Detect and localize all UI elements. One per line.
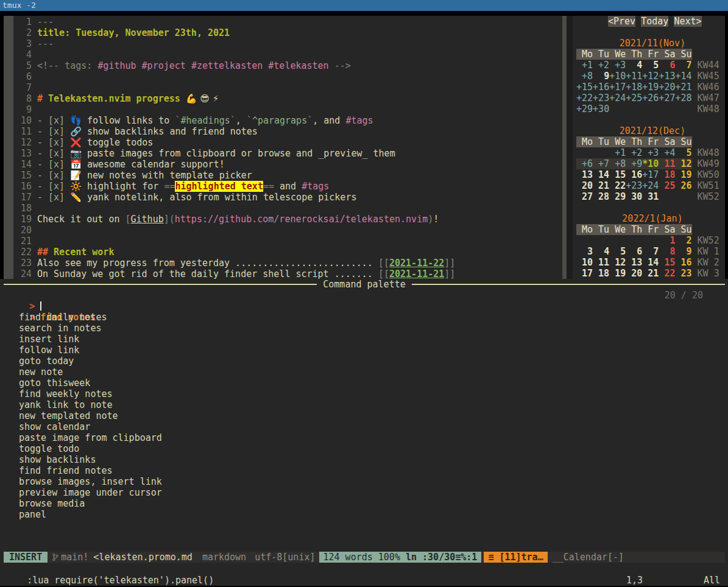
day-cell[interactable]: +16 — [593, 82, 609, 93]
day-cell[interactable]: +8 — [576, 71, 593, 82]
palette-item[interactable]: find friend notes — [4, 465, 613, 476]
editor-scrollbar[interactable] — [562, 16, 567, 279]
day-cell[interactable]: 5 — [642, 60, 659, 71]
day-cell[interactable]: 6 — [659, 60, 675, 71]
palette-item[interactable]: goto today — [4, 356, 613, 367]
editor-line[interactable]: 4 — [13, 49, 560, 60]
day-cell[interactable]: 22 — [609, 180, 626, 191]
command-line[interactable]: :lua require('telekasten').panel() — [4, 564, 214, 575]
editor-line[interactable]: 17- [x] ✏️ yank notelink, also from with… — [13, 192, 560, 203]
editor-line[interactable]: 15- [x] 📝 new notes with template picker — [13, 170, 560, 181]
day-cell[interactable]: +20 — [659, 82, 675, 93]
day-cell[interactable]: +14 — [675, 71, 691, 82]
day-cell[interactable]: +2 — [593, 60, 609, 71]
day-cell[interactable]: 26 — [675, 180, 691, 191]
day-cell[interactable]: 20 — [576, 180, 593, 191]
day-cell[interactable]: 30 — [626, 191, 642, 202]
day-cell[interactable]: +3 — [609, 60, 626, 71]
editor-line[interactable]: 20 — [13, 225, 560, 236]
day-cell[interactable]: 9 — [675, 246, 691, 257]
day-cell[interactable]: +15 — [576, 82, 593, 93]
day-cell[interactable]: 16 — [626, 169, 642, 180]
palette-item[interactable]: insert link — [4, 334, 613, 345]
day-cell[interactable]: 25 — [659, 180, 675, 191]
day-cell[interactable]: +29 — [576, 104, 593, 114]
day-cell[interactable]: 23 — [675, 268, 691, 279]
day-cell[interactable]: +19 — [642, 82, 659, 93]
day-cell[interactable]: 18 — [659, 169, 675, 180]
day-cell[interactable]: +4 — [659, 147, 675, 158]
day-cell[interactable]: 19 — [609, 268, 626, 279]
day-cell[interactable]: 13 — [576, 169, 593, 180]
note-link[interactable]: 2021-11-21 — [389, 269, 444, 279]
day-cell[interactable]: +30 — [593, 104, 609, 114]
day-cell[interactable]: 10 — [576, 257, 593, 268]
editor-line[interactable]: 8# Telekasten.nvim progress 💪 😎 ⚡ — [13, 93, 560, 104]
editor-line[interactable]: 22## Recent work — [13, 247, 560, 258]
day-cell[interactable]: 5 — [609, 246, 626, 257]
palette-item[interactable]: preview image under cursor — [4, 487, 613, 498]
day-cell[interactable]: 11 — [593, 257, 609, 268]
day-cell[interactable]: 11 — [659, 158, 675, 169]
palette-item[interactable]: new note — [4, 367, 613, 378]
day-cell[interactable]: +21 — [675, 82, 691, 93]
day-cell[interactable]: +17 — [642, 169, 659, 180]
day-cell[interactable]: +11 — [626, 71, 642, 82]
editor-line[interactable]: 2title: Tuesday, November 23th, 2021 — [13, 27, 560, 38]
editor-line[interactable]: 14- [x] 📅 awesome calendar support! — [13, 159, 560, 170]
day-cell[interactable]: +6 — [576, 158, 593, 169]
day-cell[interactable]: +25 — [626, 93, 642, 104]
note-link[interactable]: Github — [131, 214, 164, 225]
day-cell[interactable]: 14 — [642, 257, 659, 268]
day-cell[interactable]: +27 — [659, 93, 675, 104]
day-cell[interactable]: 17 — [576, 268, 593, 279]
editor-line[interactable]: 1--- — [13, 16, 560, 27]
day-cell[interactable]: 21 — [642, 268, 659, 279]
left-scrollbar[interactable] — [4, 16, 13, 279]
editor-line[interactable]: 5<!-- tags: #github #project #zettelkast… — [13, 60, 560, 71]
day-cell[interactable]: +18 — [626, 82, 642, 93]
day-cell[interactable]: +12 — [642, 71, 659, 82]
calendar-today-button[interactable]: Today — [641, 16, 668, 27]
editor-line[interactable]: 6 — [13, 71, 560, 82]
day-cell[interactable]: +28 — [675, 93, 691, 104]
day-cell[interactable]: 28 — [593, 191, 609, 202]
day-cell[interactable]: +17 — [609, 82, 626, 93]
editor-line[interactable]: 19Check it out on [Github](https://githu… — [13, 214, 560, 225]
palette-item[interactable]: browse media — [4, 498, 613, 509]
palette-item[interactable]: search in notes — [4, 323, 613, 334]
day-cell[interactable]: +7 — [593, 158, 609, 169]
day-cell[interactable]: 4 — [593, 246, 609, 257]
day-cell[interactable]: 3 — [576, 246, 593, 257]
day-cell[interactable]: 12 — [675, 158, 691, 169]
day-cell[interactable]: 20 — [626, 268, 642, 279]
day-cell[interactable]: 29 — [609, 191, 626, 202]
editor-line[interactable]: 10- [x] 👣 follow links to `#headings`, `… — [13, 115, 560, 126]
day-cell[interactable]: 31 — [642, 191, 659, 202]
palette-item[interactable]: browse images, insert link — [4, 476, 613, 487]
day-cell[interactable]: *10 — [642, 158, 659, 169]
calendar-next-button[interactable]: Next> — [674, 16, 701, 27]
day-cell[interactable]: 15 — [609, 169, 626, 180]
palette-item[interactable]: toggle todo — [4, 443, 613, 454]
palette-item[interactable]: new templated note — [4, 410, 613, 421]
day-cell[interactable]: +24 — [642, 180, 659, 191]
day-cell[interactable]: +24 — [609, 93, 626, 104]
editor-line[interactable]: 9 — [13, 104, 560, 115]
day-cell[interactable]: +1 — [576, 60, 593, 71]
editor-line[interactable]: 12- [x] ❌ toggle todos — [13, 137, 560, 148]
palette-item[interactable]: paste image from clipboard — [4, 432, 613, 443]
day-cell[interactable]: 8 — [659, 246, 675, 257]
palette-selected-row[interactable]: > find notes — [4, 301, 96, 312]
day-cell[interactable]: +10 — [609, 71, 626, 82]
editor-line[interactable]: 16- [x] 🔆 highlight for ==highlighted te… — [13, 181, 560, 192]
day-cell[interactable]: 7 — [675, 60, 691, 71]
day-cell[interactable]: 27 — [576, 191, 593, 202]
day-cell[interactable]: 1 — [659, 235, 675, 246]
note-link[interactable]: https://github.com/renerocksai/telekaste… — [175, 214, 428, 225]
day-cell[interactable]: 21 — [593, 180, 609, 191]
note-link[interactable]: 2021-11-22 — [389, 258, 444, 269]
day-cell[interactable]: 12 — [609, 257, 626, 268]
palette-item[interactable]: panel — [4, 509, 613, 520]
day-cell[interactable]: +26 — [642, 93, 659, 104]
